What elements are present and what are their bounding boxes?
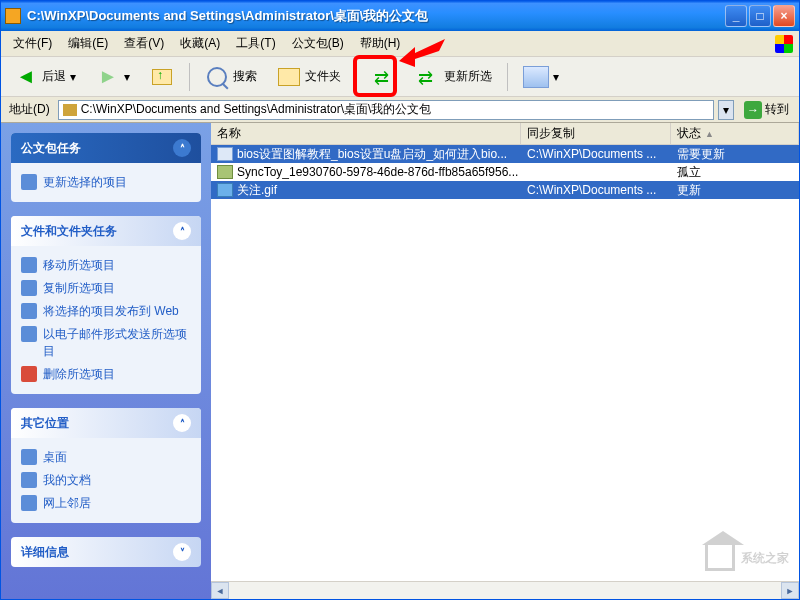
task-label: 桌面 xyxy=(43,449,67,466)
update-selected-button[interactable]: 更新所选 xyxy=(409,60,499,94)
cell-name: SyncToy_1e930760-5978-46de-876d-ffb85a65… xyxy=(211,165,521,179)
side-panel: 公文包任务 ˄ 更新选择的项目 文件和文件夹任务 ˄ 移动所选项目 xyxy=(1,123,211,599)
folders-button[interactable]: 文件夹 xyxy=(270,60,348,94)
task-label: 网上邻居 xyxy=(43,495,91,512)
address-path: C:\WinXP\Documents and Settings\Administ… xyxy=(81,101,432,118)
chevron-down-icon: ˅ xyxy=(173,543,191,561)
chevron-up-icon: ˄ xyxy=(173,139,191,157)
file-icon xyxy=(217,183,233,197)
menu-tools[interactable]: 工具(T) xyxy=(228,32,283,55)
menu-favorites[interactable]: 收藏(A) xyxy=(172,32,228,55)
chevron-up-icon: ˄ xyxy=(173,414,191,432)
scroll-track[interactable] xyxy=(229,582,781,599)
windows-flag-icon xyxy=(775,35,793,53)
table-row[interactable]: SyncToy_1e930760-5978-46de-876d-ffb85a65… xyxy=(211,163,799,181)
briefcase-icon xyxy=(5,8,21,24)
search-button[interactable]: 搜索 xyxy=(198,60,264,94)
titlebar[interactable]: C:\WinXP\Documents and Settings\Administ… xyxy=(1,1,799,31)
menu-help[interactable]: 帮助(H) xyxy=(352,32,409,55)
menu-edit[interactable]: 编辑(E) xyxy=(60,32,116,55)
task-copy[interactable]: 复制所选项目 xyxy=(21,277,191,300)
search-icon xyxy=(207,67,227,87)
scroll-left-button[interactable]: ◄ xyxy=(211,582,229,599)
sync-all-icon xyxy=(372,65,396,89)
publish-icon xyxy=(21,303,37,319)
back-button[interactable]: ◄ 后退 ▾ xyxy=(7,60,83,94)
task-label: 删除所选项目 xyxy=(43,366,115,383)
chevron-up-icon: ˄ xyxy=(173,222,191,240)
explorer-window: C:\WinXP\Documents and Settings\Administ… xyxy=(0,0,800,600)
horizontal-scrollbar[interactable]: ◄ ► xyxy=(211,581,799,599)
separator xyxy=(189,63,190,91)
up-button[interactable] xyxy=(143,60,181,94)
menu-briefcase[interactable]: 公文包(B) xyxy=(284,32,352,55)
task-label: 将选择的项目发布到 Web xyxy=(43,303,179,320)
table-row[interactable]: 关注.gifC:\WinXP\Documents ...更新 xyxy=(211,181,799,199)
network-icon xyxy=(21,495,37,511)
menubar: 文件(F) 编辑(E) 查看(V) 收藏(A) 工具(T) 公文包(B) 帮助(… xyxy=(1,31,799,57)
task-move[interactable]: 移动所选项目 xyxy=(21,254,191,277)
watermark: 系统之家 xyxy=(705,545,789,571)
task-delete[interactable]: 删除所选项目 xyxy=(21,363,191,386)
search-label: 搜索 xyxy=(233,68,257,85)
details-header[interactable]: 详细信息 ˅ xyxy=(11,537,201,567)
column-sync[interactable]: 同步复制 xyxy=(521,123,671,144)
desktop-icon xyxy=(21,449,37,465)
forward-button[interactable]: ► ▾ xyxy=(89,60,137,94)
go-label: 转到 xyxy=(765,101,789,118)
file-list: 名称 同步复制 状态▲ bios设置图解教程_bios设置u盘启动_如何进入bi… xyxy=(211,123,799,599)
task-label: 以电子邮件形式发送所选项目 xyxy=(43,326,191,360)
dropdown-icon: ▾ xyxy=(553,70,559,84)
arrow-right-icon: ► xyxy=(96,65,120,89)
separator xyxy=(356,63,357,91)
briefcase-tasks-box: 公文包任务 ˄ 更新选择的项目 xyxy=(11,133,201,202)
task-email[interactable]: 以电子邮件形式发送所选项目 xyxy=(21,323,191,363)
maximize-button[interactable]: □ xyxy=(749,5,771,27)
other-places-box: 其它位置 ˄ 桌面 我的文档 网上邻居 xyxy=(11,408,201,523)
task-label: 移动所选项目 xyxy=(43,257,115,274)
window-buttons: _ □ × xyxy=(725,5,795,27)
list-body[interactable]: bios设置图解教程_bios设置u盘启动_如何进入bio...C:\WinXP… xyxy=(211,145,799,581)
cell-name: 关注.gif xyxy=(211,182,521,199)
other-places-header[interactable]: 其它位置 ˄ xyxy=(11,408,201,438)
task-publish[interactable]: 将选择的项目发布到 Web xyxy=(21,300,191,323)
address-dropdown[interactable]: ▾ xyxy=(718,100,734,120)
file-tasks-title: 文件和文件夹任务 xyxy=(21,223,117,240)
toolbar: ◄ 后退 ▾ ► ▾ 搜索 文件夹 更新所选 ▾ xyxy=(1,57,799,97)
file-tasks-header[interactable]: 文件和文件夹任务 ˄ xyxy=(11,216,201,246)
update-all-button[interactable] xyxy=(365,60,403,94)
views-button[interactable]: ▾ xyxy=(516,61,566,93)
link-network[interactable]: 网上邻居 xyxy=(21,492,191,515)
task-update-selection[interactable]: 更新选择的项目 xyxy=(21,171,191,194)
column-name[interactable]: 名称 xyxy=(211,123,521,144)
details-box: 详细信息 ˅ xyxy=(11,537,201,567)
column-headers: 名称 同步复制 状态▲ xyxy=(211,123,799,145)
move-icon xyxy=(21,257,37,273)
task-label: 更新选择的项目 xyxy=(43,174,127,191)
folder-up-icon xyxy=(152,69,172,85)
dropdown-icon: ▾ xyxy=(124,70,130,84)
menu-view[interactable]: 查看(V) xyxy=(116,32,172,55)
cell-name: bios设置图解教程_bios设置u盘启动_如何进入bio... xyxy=(211,146,521,163)
briefcase-tasks-header[interactable]: 公文包任务 ˄ xyxy=(11,133,201,163)
dropdown-icon: ▾ xyxy=(70,70,76,84)
cell-status: 需要更新 xyxy=(671,146,799,163)
folders-icon xyxy=(278,68,300,86)
file-name: 关注.gif xyxy=(237,182,277,199)
address-input[interactable]: C:\WinXP\Documents and Settings\Administ… xyxy=(58,100,714,120)
scroll-right-button[interactable]: ► xyxy=(781,582,799,599)
update-icon xyxy=(21,174,37,190)
table-row[interactable]: bios设置图解教程_bios设置u盘启动_如何进入bio...C:\WinXP… xyxy=(211,145,799,163)
close-button[interactable]: × xyxy=(773,5,795,27)
email-icon xyxy=(21,326,37,342)
other-places-title: 其它位置 xyxy=(21,415,69,432)
minimize-button[interactable]: _ xyxy=(725,5,747,27)
column-status[interactable]: 状态▲ xyxy=(671,123,799,144)
menu-file[interactable]: 文件(F) xyxy=(5,32,60,55)
link-desktop[interactable]: 桌面 xyxy=(21,446,191,469)
back-label: 后退 xyxy=(42,68,66,85)
other-places-body: 桌面 我的文档 网上邻居 xyxy=(11,438,201,523)
delete-icon xyxy=(21,366,37,382)
link-documents[interactable]: 我的文档 xyxy=(21,469,191,492)
go-button[interactable]: → 转到 xyxy=(738,99,795,121)
